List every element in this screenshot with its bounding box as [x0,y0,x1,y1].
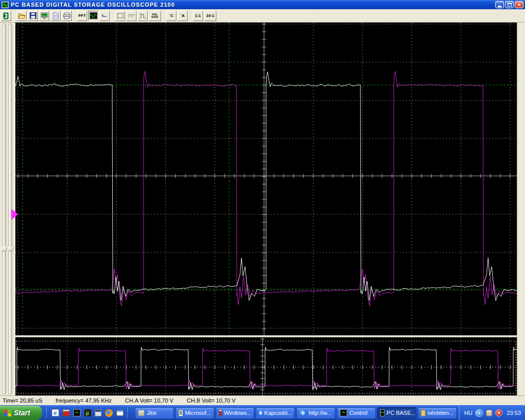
channel-position-panel [0,23,15,395]
show-desktop-icon [116,410,124,416]
task-button-windows[interactable]: Windows... [216,407,255,419]
app-icon [2,2,9,8]
app-window: PC BASED DIGITAL STORAGE OSCILLOSCOPE 21… [0,0,525,420]
ie-icon: e [299,409,307,416]
exit-button[interactable] [1,11,11,21]
save-button[interactable] [28,11,38,21]
scope-icon: ~ [340,409,347,416]
quick-launch-red-disk[interactable] [62,409,70,417]
quick-launch-ie-page[interactable]: e [51,409,59,417]
task-label: Windows... [224,410,252,416]
taskbar: Start e~µ JitsiXMicrosof...Windows...eKa… [0,405,525,420]
scope-column [15,23,517,395]
calculator-icon [95,409,102,416]
task-button-httpw[interactable]: ehttp://w... [296,407,335,419]
language-indicator[interactable]: HU [465,410,473,416]
status-cha-volt: CH.A Volt= 10,70 V [125,397,173,404]
status-frequency: frequency= 47,95 KHz [56,397,112,404]
task-label: névtelen... [428,410,454,416]
utorrent-icon: µ [84,409,91,416]
fft-button[interactable]: FFT [77,11,87,21]
trigger-level-marker[interactable] [11,209,18,220]
task-label: http://w... [309,410,331,416]
excel-icon: X [178,410,183,416]
window-title: PC BASED DIGITAL STORAGE OSCILLOSCOPE 21… [11,2,495,8]
task-button-jitsi[interactable]: Jitsi [135,407,174,419]
firefox-icon [105,409,113,417]
collapse-arrow-icon[interactable]: ‹ [475,409,483,417]
scope-display-button[interactable] [88,11,98,21]
ie-page-icon: e [52,409,59,416]
quick-launch-firefox[interactable] [105,409,113,417]
task-label: Microsof... [185,410,211,416]
dotted-line-button[interactable] [126,11,136,21]
red-disk-icon [219,409,222,416]
task-label: Jitsi [147,410,156,416]
quick-launch: e~µ [42,406,133,420]
ch-a-position-slider[interactable] [2,24,6,394]
messenger-icon[interactable] [486,410,492,416]
statusbar: Time= 20,85 uS frequency= 47,95 KHz CH.A… [0,395,525,405]
task-button-microsof[interactable]: XMicrosof... [175,407,214,419]
overview-scope-graticule [15,337,517,395]
paint-icon [421,410,426,416]
report-button[interactable] [50,11,60,21]
task-label: Kapcsoló... [265,410,292,416]
open-file-button[interactable] [16,11,27,21]
probe-1-1-button[interactable]: 1:1 [193,11,203,21]
minimize-button[interactable] [495,1,504,8]
gray-icon [138,410,145,416]
display-settings-button[interactable] [39,11,49,21]
ch-a-trace [15,72,517,301]
task-button-kapcsol[interactable]: eKapcsoló... [256,407,295,419]
status-chb-volt: CH.B Volt= 10,70 V [187,397,235,404]
tray-clock[interactable]: 23:53 [506,410,521,416]
windows-flag-icon [3,409,12,417]
main-scope-graticule [15,23,517,335]
task-label: PC BASE... [387,410,416,416]
probe-10-1-button[interactable]: 10:1 [204,11,216,21]
overview-scope-display[interactable] [15,337,517,395]
security-shield-icon[interactable]: × [495,409,502,416]
task-button-pcbase[interactable]: ~PC BASE... [377,407,416,419]
restore-button[interactable] [505,1,514,8]
start-button[interactable]: Start [0,406,42,420]
close-button[interactable]: × [515,1,523,8]
main-area [0,23,525,395]
grid-frame-button[interactable] [115,11,125,21]
system-tray: HU ‹ × 23:53 [459,406,525,420]
task-buttons: JitsiXMicrosof...Windows...eKapcsoló...e… [133,406,459,420]
channel-a-button[interactable]: ˜A [177,11,188,21]
ch-b-trace [15,348,517,389]
red-disk-icon [63,409,70,416]
toolbar-handle[interactable] [46,408,48,418]
toolbar-handle[interactable] [127,408,129,418]
scope-icon: ~ [73,409,80,416]
toolbar: FFT FAILSAFE ˜C ˜A 1:1 10:1 [0,9,525,23]
right-panel [517,23,525,395]
quick-launch-show-desktop[interactable] [115,409,124,417]
task-button-nvtelen[interactable]: névtelen... [418,407,457,419]
scope-icon: ~ [380,409,385,416]
channel-c-button[interactable]: ˜C [166,11,176,21]
quick-launch-calculator[interactable] [94,409,103,417]
quick-launch-utorrent[interactable]: µ [83,409,92,417]
task-label: Control [349,410,367,416]
ch-a-slider-thumb[interactable] [2,247,7,251]
square-wave-button[interactable] [137,11,148,21]
print-button[interactable] [62,11,72,21]
quick-launch-scope[interactable]: ~ [72,409,81,417]
ie-icon: e [259,409,262,416]
fail-safe-button[interactable]: FAILSAFE [149,11,161,21]
undo-button[interactable] [99,11,110,21]
task-button-control[interactable]: ~Control [337,407,376,419]
status-time: Time= 20,85 uS [3,397,43,404]
main-scope-display[interactable] [15,23,517,335]
ch-b-slider-thumb[interactable] [8,247,13,251]
start-label: Start [14,409,30,417]
titlebar[interactable]: PC BASED DIGITAL STORAGE OSCILLOSCOPE 21… [0,0,525,9]
